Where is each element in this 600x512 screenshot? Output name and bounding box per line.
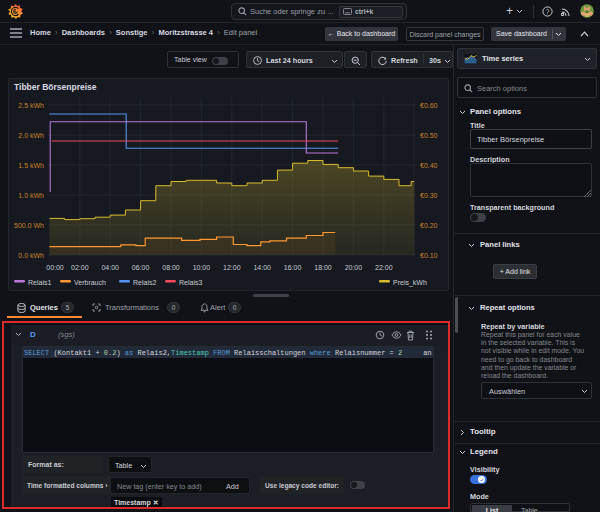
svg-text:20:00: 20:00 (345, 264, 363, 271)
svg-text:1.0 kWh: 1.0 kWh (18, 192, 44, 199)
svg-text:08:00: 08:00 (162, 264, 180, 271)
svg-text:€0.20: €0.20 (420, 222, 438, 229)
svg-text:€0.50: €0.50 (420, 132, 438, 139)
svg-text:18:00: 18:00 (314, 264, 332, 271)
svg-text:€0.10: €0.10 (420, 252, 438, 259)
svg-text:Relais3: Relais3 (179, 279, 202, 286)
svg-text:10:00: 10:00 (193, 264, 211, 271)
svg-text:14:00: 14:00 (253, 264, 271, 271)
svg-text:0.0 kWh: 0.0 kWh (18, 252, 44, 259)
svg-text:04:00: 04:00 (101, 264, 119, 271)
svg-text:16:00: 16:00 (284, 264, 302, 271)
svg-text:02:00: 02:00 (71, 264, 89, 271)
svg-text:Relais1: Relais1 (28, 279, 51, 286)
svg-text:Relais2: Relais2 (133, 279, 156, 286)
svg-text:00:00: 00:00 (46, 264, 64, 271)
svg-text:1.5 kWh: 1.5 kWh (18, 162, 44, 169)
svg-text:2.0 kWh: 2.0 kWh (18, 132, 44, 139)
svg-text:?: ? (546, 8, 550, 15)
svg-text:Verbrauch: Verbrauch (74, 279, 106, 286)
svg-text:2.5 kWh: 2.5 kWh (18, 102, 44, 109)
svg-text:06:00: 06:00 (132, 264, 150, 271)
svg-text:Preis_kWh: Preis_kWh (393, 279, 427, 287)
svg-text:12:00: 12:00 (223, 264, 241, 271)
svg-text:22:00: 22:00 (375, 264, 393, 271)
svg-text:500.0 Wh: 500.0 Wh (14, 222, 44, 229)
svg-text:€0.30: €0.30 (420, 192, 438, 199)
svg-text:€0.40: €0.40 (420, 162, 438, 169)
svg-text:€0.60: €0.60 (420, 102, 438, 109)
